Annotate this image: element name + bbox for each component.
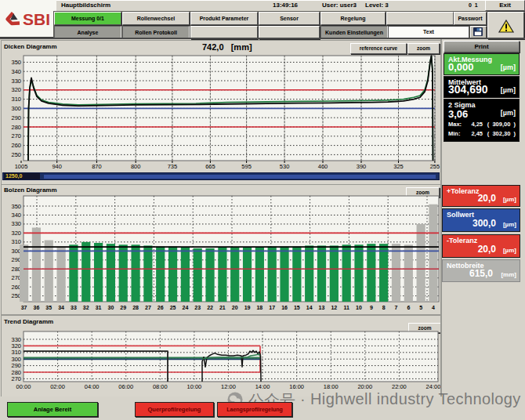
svg-text:530: 530 — [280, 163, 290, 170]
svg-text:17: 17 — [269, 305, 275, 310]
svg-text:36: 36 — [34, 305, 40, 310]
svg-text:10:00: 10:00 — [187, 383, 202, 390]
svg-text:330: 330 — [11, 220, 21, 227]
svg-text:290: 290 — [11, 114, 21, 121]
svg-text:300: 300 — [11, 105, 21, 112]
svg-text:310: 310 — [11, 238, 21, 245]
svg-text:390: 390 — [357, 163, 367, 170]
svg-text:14: 14 — [306, 305, 313, 310]
svg-text:8: 8 — [382, 305, 386, 310]
svg-text:255: 255 — [430, 163, 440, 170]
svg-text:6: 6 — [407, 305, 410, 310]
svg-text:460: 460 — [318, 163, 328, 170]
svg-text:325: 325 — [393, 163, 404, 170]
svg-text:5: 5 — [419, 305, 422, 310]
svg-text:16: 16 — [281, 305, 288, 310]
svg-text:340: 340 — [11, 212, 21, 219]
svg-text:31: 31 — [96, 305, 102, 310]
svg-text:27: 27 — [145, 305, 151, 310]
svg-text:02:00: 02:00 — [50, 383, 65, 390]
svg-text:37: 37 — [21, 305, 27, 310]
svg-text:800: 800 — [131, 163, 141, 170]
svg-text:665: 665 — [205, 163, 215, 170]
svg-text:00:00: 00:00 — [16, 383, 31, 390]
svg-text:320: 320 — [11, 86, 21, 93]
svg-text:15: 15 — [294, 305, 300, 310]
svg-text:19: 19 — [244, 305, 251, 310]
svg-text:595: 595 — [241, 163, 252, 170]
svg-text:330: 330 — [11, 78, 21, 85]
svg-text:23: 23 — [194, 305, 201, 310]
svg-text:310: 310 — [11, 96, 21, 103]
svg-text:06:00: 06:00 — [118, 383, 133, 390]
svg-text:28: 28 — [132, 305, 139, 310]
svg-text:280: 280 — [11, 124, 21, 131]
svg-text:34: 34 — [58, 305, 64, 310]
svg-text:260: 260 — [11, 142, 21, 149]
svg-text:270: 270 — [11, 375, 21, 382]
svg-text:24: 24 — [182, 305, 188, 310]
svg-text:7: 7 — [395, 305, 398, 310]
svg-text:4: 4 — [432, 305, 435, 310]
svg-text:21: 21 — [219, 305, 226, 310]
svg-text:22: 22 — [207, 305, 213, 310]
svg-text:20: 20 — [232, 305, 238, 310]
svg-text:350: 350 — [11, 203, 21, 210]
svg-text:9: 9 — [370, 305, 373, 310]
svg-text:340: 340 — [11, 68, 21, 75]
svg-text:735: 735 — [168, 163, 178, 170]
svg-text:35: 35 — [45, 305, 52, 310]
svg-text:12: 12 — [331, 305, 337, 310]
svg-text:18: 18 — [256, 305, 262, 310]
svg-text:10: 10 — [356, 305, 362, 310]
svg-text:33: 33 — [71, 305, 77, 310]
svg-text:1005: 1005 — [15, 163, 28, 170]
svg-text:350: 350 — [11, 59, 21, 66]
svg-text:30: 30 — [108, 305, 114, 310]
svg-text:11: 11 — [343, 305, 349, 310]
svg-text:32: 32 — [83, 305, 89, 310]
svg-text:270: 270 — [11, 132, 21, 139]
svg-text:26: 26 — [158, 305, 164, 310]
svg-text:320: 320 — [11, 230, 21, 237]
svg-text:13: 13 — [319, 305, 325, 310]
svg-text:940: 940 — [52, 163, 62, 170]
svg-text:29: 29 — [120, 305, 126, 310]
svg-text:870: 870 — [92, 163, 102, 170]
svg-text:04:00: 04:00 — [85, 383, 100, 390]
svg-text:25: 25 — [170, 305, 176, 310]
svg-text:250: 250 — [11, 151, 21, 158]
svg-text:08:00: 08:00 — [153, 383, 168, 390]
